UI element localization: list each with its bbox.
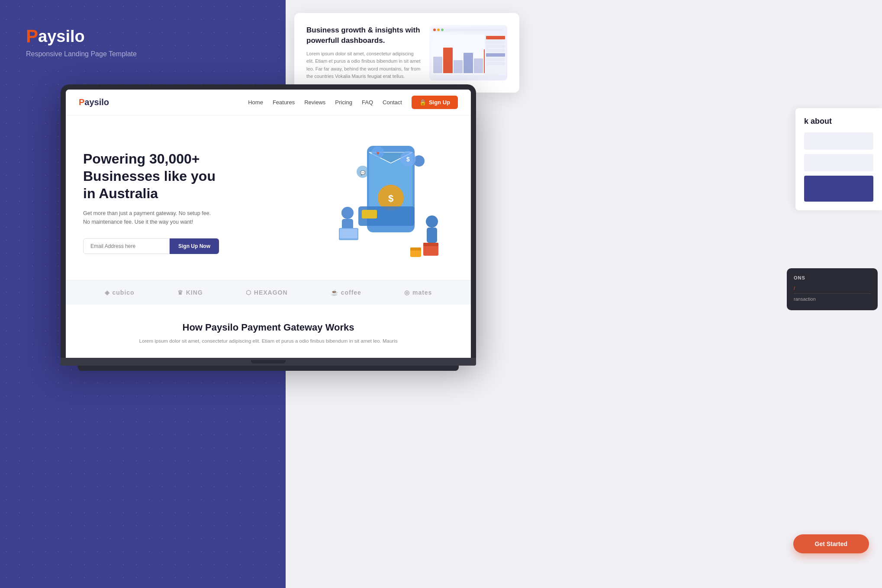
nav-logo-rest: aysilo [84,97,109,107]
dashboard-card-title: Business growth & insights with powerful… [306,25,421,46]
nav-link-contact[interactable]: Contact [383,99,402,106]
dashboard-card-desc: Lorem ipsum dolor sit amet, consectetur … [306,50,421,80]
svg-rect-10 [340,229,357,238]
svg-text:💬: 💬 [360,170,366,176]
partner-hexagon: ⬡ HEXAGON [246,289,288,296]
hero-illustration-svg: $ [315,137,454,263]
svg-text:$: $ [388,193,393,204]
nav-link-pricing[interactable]: Pricing [335,99,352,106]
nav-signup-button[interactable]: 🔒 Sign Up [412,96,458,109]
site-nav: P aysilo Home Features Reviews Pricing F… [66,90,471,116]
nav-logo: P aysilo [79,97,109,107]
signup-cta-button[interactable]: Sign Up Now [170,238,219,254]
get-started-button[interactable]: Get Started [793,534,869,553]
how-title: How Paysilo Payment Gateway Works [83,322,454,333]
transaction-panel-item2: ransaction [794,296,871,302]
king-label: KING [186,289,203,296]
email-input[interactable] [83,238,170,254]
hero-form: Sign Up Now [83,238,315,254]
hexagon-icon: ⬡ [246,289,251,296]
nav-link-home[interactable]: Home [248,99,263,106]
king-icon: ♛ [177,289,183,296]
laptop-foot [78,366,459,371]
nav-link-faq[interactable]: FAQ [362,99,373,106]
partner-coffee: ☕ coffee [331,289,361,296]
svg-rect-12 [427,228,437,243]
transaction-panel: ONS / ransaction [787,268,878,310]
right-panel-about: k about [795,108,882,210]
partner-cubico: ◈ cubico [105,289,135,296]
dashboard-card: Business growth & insights with powerful… [294,13,519,93]
brand-section: P aysilo Responsive Landing Page Templat… [26,26,137,58]
svg-point-11 [426,215,438,228]
coffee-label: coffee [341,289,361,296]
hero-subtitle: Get more than just a payment gateway. No… [83,209,213,226]
hero-text: Powering 30,000+Businesses like youin Au… [83,150,315,254]
right-panel-line1 [804,132,873,150]
partners-strip: ◈ cubico ♛ KING ⬡ HEXAGON ☕ coffee ◎ m [66,280,471,305]
brand-logo-p: P [26,26,38,47]
brand-logo: P aysilo [26,26,137,47]
coffee-icon: ☕ [331,289,338,296]
nav-link-features[interactable]: Features [273,99,295,106]
dashboard-card-image [429,25,507,80]
mates-icon: ◎ [404,289,410,296]
lock-icon: 🔒 [419,99,426,106]
mates-label: mates [412,289,432,296]
svg-text:♥: ♥ [376,150,379,156]
svg-point-7 [341,207,354,219]
laptop-base [61,358,476,366]
svg-rect-14 [423,243,438,246]
brand-logo-rest: aysilo [38,27,85,46]
nav-link-reviews[interactable]: Reviews [304,99,325,106]
laptop-outer: P aysilo Home Features Reviews Pricing F… [61,84,476,358]
get-started-container: Get Started [793,534,869,553]
partner-mates: ◎ mates [404,289,432,296]
transaction-panel-item1: / [794,286,871,291]
svg-rect-16 [410,247,421,251]
transaction-panel-header: ONS [794,275,871,280]
how-subtitle: Lorem ipsum dolor sit amet, consectetur … [83,337,454,345]
dashboard-mock [429,25,507,77]
hero-section: Powering 30,000+Businesses like youin Au… [66,116,471,280]
cubico-label: cubico [113,289,135,296]
partner-king: ♛ KING [177,289,203,296]
svg-text:$: $ [406,156,410,163]
cubico-icon: ◈ [105,289,110,296]
svg-rect-6 [362,210,377,218]
hero-title: Powering 30,000+Businesses like youin Au… [83,150,315,202]
laptop-screen: P aysilo Home Features Reviews Pricing F… [66,90,471,358]
hero-image: $ [315,137,454,267]
laptop-container: P aysilo Home Features Reviews Pricing F… [61,84,476,371]
nav-links: Home Features Reviews Pricing FAQ Contac… [248,96,458,109]
hexagon-label: HEXAGON [254,289,288,296]
right-panel-title: k about [804,117,873,126]
laptop-notch [251,360,286,363]
dashboard-card-text: Business growth & insights with powerful… [306,25,421,80]
how-section: How Paysilo Payment Gateway Works Lorem … [66,305,471,358]
brand-tagline: Responsive Landing Page Template [26,50,137,58]
nav-signup-label: Sign Up [429,99,450,106]
right-panel-line2 [804,154,873,171]
nav-logo-p: P [79,97,84,107]
